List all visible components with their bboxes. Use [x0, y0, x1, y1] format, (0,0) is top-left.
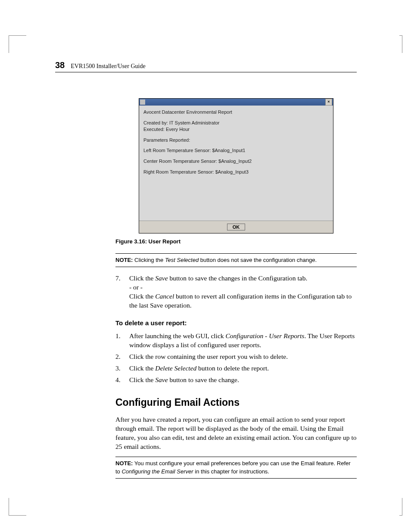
d2-a: Click the row containing the user report… — [129, 353, 288, 360]
d3-em: Delete Selected — [155, 364, 196, 372]
d3-a: Click the — [129, 364, 155, 372]
section-paragraph: After you have created a report, you can… — [115, 415, 357, 451]
delete-step-1: 1. After launching the web GUI, click Co… — [115, 332, 357, 350]
executed-line: Executed: Every Hour — [143, 126, 329, 133]
params-heading-line: Parameters Reported: — [143, 137, 329, 143]
crop-mark-tl — [9, 35, 26, 53]
step-7b-before: Click the — [129, 292, 155, 300]
figure-caption: Figure 3.16: User Report — [115, 238, 357, 246]
step-7-or: - or - — [129, 283, 143, 291]
note-label: NOTE: — [115, 257, 133, 263]
crop-mark-br — [399, 498, 402, 516]
note-em: Test Selected — [165, 257, 199, 263]
sensor-left-line: Left Room Temperature Sensor: $Analog_In… — [143, 147, 329, 154]
step-7-number: 7. — [115, 274, 129, 310]
delete-step-4-num: 4. — [115, 376, 129, 385]
delete-step-3-num: 3. — [115, 364, 129, 373]
step-7a-em: Save — [155, 274, 168, 282]
step-7b-em: Cancel — [155, 292, 174, 300]
document-title: EVR1500 Installer/User Guide — [71, 63, 145, 70]
report-title-line: Avocent Datacenter Environmental Report — [143, 109, 329, 115]
crop-mark-tr — [399, 35, 402, 53]
section-heading-email: Configuring Email Actions — [115, 396, 357, 409]
dialog-button-bar: OK — [139, 221, 333, 233]
delete-step-3: 3. Click the Delete Selected button to d… — [115, 364, 357, 373]
d3-b: button to delete the report. — [196, 364, 269, 372]
d1-em: Configuration - User Reports — [225, 332, 304, 339]
d1-a: After launching the web GUI, click — [129, 332, 225, 339]
delete-step-2-num: 2. — [115, 352, 129, 361]
note2-em: Configuring the Email Server — [121, 468, 193, 475]
note2-label: NOTE: — [115, 460, 133, 467]
page-header: 38 EVR1500 Installer/User Guide — [55, 60, 357, 72]
step-7: 7. Click the Save button to save the cha… — [115, 274, 357, 310]
delete-step-4: 4. Click the Save button to save the cha… — [115, 376, 357, 385]
step-7a-before: Click the — [129, 274, 155, 282]
sensor-right-line: Right Room Temperature Sensor: $Analog_I… — [143, 169, 329, 175]
d4-em: Save — [155, 376, 168, 383]
note2-after: in this chapter for instructions. — [193, 468, 269, 475]
dialog-body: Avocent Datacenter Environmental Report … — [139, 106, 333, 183]
dialog-titlebar: × — [139, 99, 333, 106]
note-text-after: button does not save the configuration c… — [199, 257, 317, 263]
d4-a: Click the — [129, 376, 155, 383]
delete-report-heading: To delete a user report: — [115, 319, 357, 327]
figure-dialog: × Avocent Datacenter Environmental Repor… — [139, 98, 333, 233]
page-number: 38 — [55, 60, 65, 70]
note-email-prefs: NOTE: You must configure your email pref… — [115, 457, 357, 479]
delete-step-1-num: 1. — [115, 332, 129, 350]
d4-b: button to save the change. — [168, 376, 239, 383]
note-text-before: Clicking the — [133, 257, 165, 263]
dialog-app-icon — [140, 100, 145, 105]
sensor-center-line: Center Room Temperature Sensor: $Analog_… — [143, 158, 329, 165]
delete-step-2: 2. Click the row containing the user rep… — [115, 352, 357, 361]
close-icon[interactable]: × — [325, 99, 332, 106]
note-test-selected: NOTE: Clicking the Test Selected button … — [115, 253, 357, 268]
crop-mark-bl — [9, 498, 26, 516]
ok-button[interactable]: OK — [227, 224, 246, 230]
created-by-line: Created by: IT System Administrator — [143, 120, 329, 126]
step-7a-after: button to save the changes in the Config… — [168, 274, 308, 282]
